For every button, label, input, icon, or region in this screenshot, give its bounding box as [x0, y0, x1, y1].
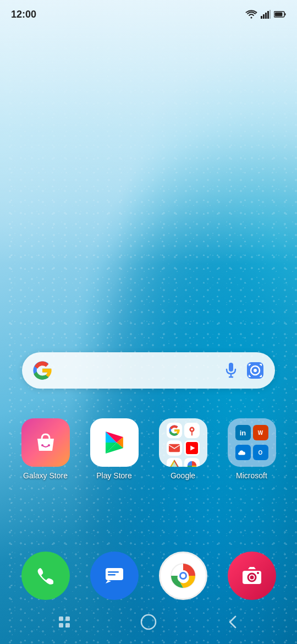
status-bar: 12:00 + [0, 0, 297, 29]
dock-messages[interactable] [90, 552, 139, 600]
wifi-icon: + [245, 10, 257, 19]
dock-chrome[interactable] [159, 552, 207, 600]
status-icons: + [245, 10, 286, 19]
bottom-dock [0, 552, 297, 600]
svg-rect-9 [229, 363, 233, 372]
chrome-icon [169, 561, 197, 590]
svg-point-38 [250, 576, 254, 580]
app-item-play-store[interactable]: Play Store [84, 418, 145, 480]
svg-marker-29 [106, 580, 111, 583]
search-bar[interactable] [22, 352, 275, 389]
galaxy-store-label: Galaxy Store [23, 471, 68, 480]
voice-search-button[interactable] [221, 361, 241, 380]
svg-rect-30 [108, 571, 119, 573]
svg-text:+: + [255, 11, 257, 14]
app-row: Galaxy Store [0, 418, 297, 480]
microsoft-label: Microsoft [236, 471, 267, 480]
camera-icon [240, 564, 264, 588]
nav-recent-button[interactable] [48, 611, 81, 633]
nav-back-button[interactable] [216, 611, 249, 633]
svg-point-39 [257, 572, 259, 574]
svg-rect-2 [263, 14, 265, 19]
play-store-icon [90, 418, 139, 467]
svg-rect-3 [265, 13, 267, 19]
svg-rect-7 [285, 13, 286, 15]
svg-rect-40 [59, 616, 63, 621]
svg-point-14 [254, 369, 257, 372]
play-store-label: Play Store [96, 471, 132, 480]
dock-phone[interactable] [21, 552, 70, 600]
app-item-google[interactable]: Google [153, 418, 213, 480]
lens-search-button[interactable] [245, 361, 265, 380]
svg-rect-4 [267, 11, 269, 19]
google-folder-icon [159, 418, 207, 467]
svg-point-44 [141, 615, 156, 629]
svg-rect-8 [275, 13, 283, 17]
google-g-logo [32, 360, 53, 381]
svg-rect-31 [108, 574, 116, 576]
svg-point-35 [181, 574, 185, 578]
wallpaper-mist [0, 0, 297, 264]
app-item-galaxy-store[interactable]: Galaxy Store [15, 418, 76, 480]
signal-icon [261, 10, 271, 19]
svg-rect-5 [270, 10, 271, 19]
messages-icon [102, 564, 127, 588]
svg-rect-43 [65, 623, 70, 627]
svg-rect-1 [261, 16, 262, 19]
app-item-microsoft[interactable]: in W O Microsoft [222, 418, 282, 480]
svg-rect-41 [65, 616, 70, 621]
svg-rect-42 [59, 623, 63, 627]
status-time: 12:00 [11, 9, 36, 20]
nav-bar [0, 600, 297, 644]
dock-camera[interactable] [228, 552, 276, 600]
microsoft-folder-icon: in W O [228, 418, 276, 467]
svg-point-23 [191, 428, 193, 430]
phone-icon [34, 564, 58, 588]
battery-icon [274, 10, 286, 18]
galaxy-store-icon [21, 418, 70, 467]
nav-home-button[interactable] [132, 611, 165, 633]
google-label: Google [170, 471, 195, 480]
